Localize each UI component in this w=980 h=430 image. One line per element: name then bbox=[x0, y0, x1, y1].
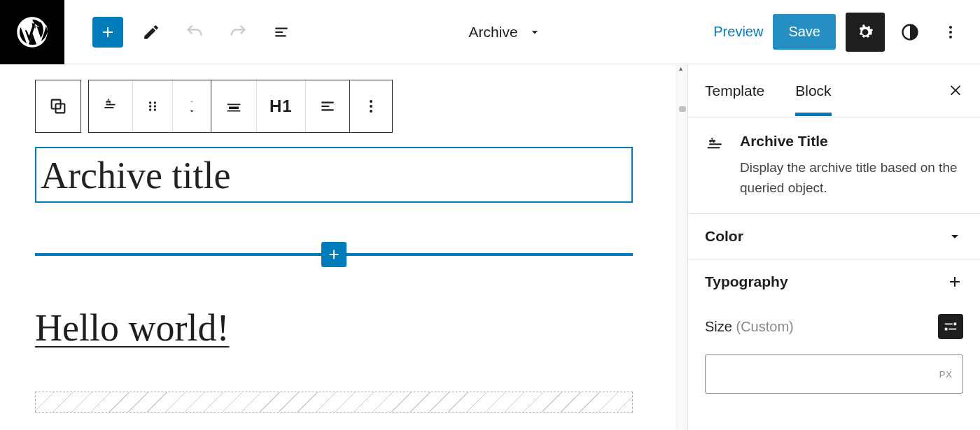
undo-button[interactable] bbox=[179, 17, 210, 48]
list-view-button[interactable] bbox=[266, 17, 297, 48]
close-icon bbox=[948, 82, 963, 97]
template-name: Archive bbox=[469, 24, 518, 41]
panel-color[interactable]: Color bbox=[688, 214, 980, 259]
drag-handle[interactable] bbox=[132, 80, 172, 132]
close-sidebar-button[interactable] bbox=[948, 82, 963, 100]
svg-point-2 bbox=[949, 31, 952, 34]
block-movers[interactable] bbox=[172, 80, 211, 132]
plus-icon bbox=[946, 273, 963, 290]
svg-text:A: A bbox=[106, 97, 111, 105]
block-toolbar: A H1 bbox=[35, 80, 641, 133]
svg-point-15 bbox=[370, 110, 372, 113]
settings-sidebar: Template Block A Archive Title Display t… bbox=[687, 64, 980, 430]
svg-point-14 bbox=[370, 105, 372, 108]
archive-title-block[interactable]: Archive title bbox=[35, 147, 633, 203]
preview-button[interactable]: Preview bbox=[713, 24, 763, 40]
align-button[interactable] bbox=[211, 80, 256, 132]
panel-color-title: Color bbox=[705, 228, 743, 245]
edit-mode-button[interactable] bbox=[136, 17, 167, 48]
save-button[interactable]: Save bbox=[773, 14, 836, 50]
chevron-down-icon bbox=[528, 25, 542, 39]
block-inserter-line[interactable] bbox=[35, 253, 633, 256]
undo-icon bbox=[185, 22, 204, 42]
post-title-link[interactable]: Hello world! bbox=[35, 306, 641, 350]
svg-point-13 bbox=[370, 100, 372, 103]
svg-text:A: A bbox=[709, 136, 715, 144]
align-icon bbox=[224, 96, 244, 116]
gear-icon bbox=[855, 22, 876, 43]
text-align-button[interactable] bbox=[305, 80, 349, 132]
svg-point-12 bbox=[154, 108, 156, 110]
wordpress-icon bbox=[14, 14, 50, 50]
svg-point-8 bbox=[154, 101, 156, 103]
size-custom-input[interactable]: PX bbox=[705, 354, 963, 394]
inline-inserter-button[interactable] bbox=[321, 242, 346, 267]
chevron-down-icon bbox=[946, 228, 963, 245]
tab-block[interactable]: Block bbox=[795, 66, 831, 116]
panel-typography-title: Typography bbox=[705, 273, 788, 290]
redo-icon bbox=[228, 22, 248, 42]
sidebar-tabs: Template Block bbox=[688, 64, 980, 117]
empty-block-placeholder[interactable] bbox=[35, 392, 633, 413]
tab-template[interactable]: Template bbox=[705, 66, 764, 116]
block-description: Display the archive title based on the q… bbox=[740, 158, 963, 198]
template-selector[interactable]: Archive bbox=[297, 24, 713, 41]
chevron-down-icon bbox=[186, 107, 198, 115]
heading-level-button[interactable]: H1 bbox=[256, 80, 305, 132]
block-type-button[interactable]: A bbox=[89, 80, 132, 132]
ellipsis-vertical-icon bbox=[942, 24, 959, 41]
plus-icon bbox=[99, 24, 116, 41]
overlap-squares-icon bbox=[48, 96, 68, 116]
toolbar-right: Preview Save bbox=[713, 13, 966, 52]
svg-point-11 bbox=[149, 108, 151, 110]
archive-title-icon: A bbox=[102, 97, 120, 115]
add-block-button[interactable] bbox=[92, 17, 123, 48]
svg-point-3 bbox=[949, 36, 952, 38]
align-left-icon bbox=[318, 97, 337, 115]
settings-button[interactable] bbox=[846, 13, 885, 52]
list-icon bbox=[272, 23, 290, 41]
svg-point-9 bbox=[149, 105, 151, 107]
wordpress-logo[interactable] bbox=[0, 0, 64, 64]
chevron-up-icon bbox=[186, 97, 198, 106]
size-presets-button[interactable] bbox=[938, 314, 963, 339]
redo-button[interactable] bbox=[223, 17, 253, 48]
pencil-icon bbox=[142, 23, 160, 41]
panel-typography[interactable]: Typography bbox=[688, 259, 980, 304]
styles-button[interactable] bbox=[895, 17, 925, 48]
block-name: Archive Title bbox=[740, 133, 963, 150]
contrast-icon bbox=[900, 22, 920, 42]
size-unit: PX bbox=[939, 369, 953, 380]
size-control-row: Size (Custom) bbox=[688, 304, 980, 347]
editor-canvas[interactable]: A H1 Archi bbox=[0, 64, 676, 430]
block-card: A Archive Title Display the archive titl… bbox=[688, 117, 980, 214]
svg-point-1 bbox=[949, 26, 952, 29]
toolbar-left bbox=[92, 17, 297, 48]
main-area: A H1 Archi bbox=[0, 64, 980, 430]
svg-point-10 bbox=[154, 105, 156, 107]
canvas-scrollbar[interactable] bbox=[676, 64, 687, 430]
block-more-button[interactable] bbox=[349, 80, 392, 132]
size-label: Size (Custom) bbox=[705, 319, 794, 335]
block-toolbar-group-parent bbox=[35, 80, 81, 133]
archive-title-icon: A bbox=[705, 136, 726, 157]
drag-handle-icon bbox=[146, 99, 160, 113]
ellipsis-vertical-icon bbox=[363, 98, 379, 115]
select-parent-button[interactable] bbox=[36, 80, 80, 132]
block-toolbar-group-main: A H1 bbox=[88, 80, 393, 133]
top-toolbar: Archive Preview Save bbox=[0, 0, 980, 64]
sliders-icon bbox=[943, 319, 958, 334]
plus-icon bbox=[326, 247, 342, 262]
svg-point-7 bbox=[149, 101, 151, 103]
more-menu-button[interactable] bbox=[935, 17, 966, 48]
